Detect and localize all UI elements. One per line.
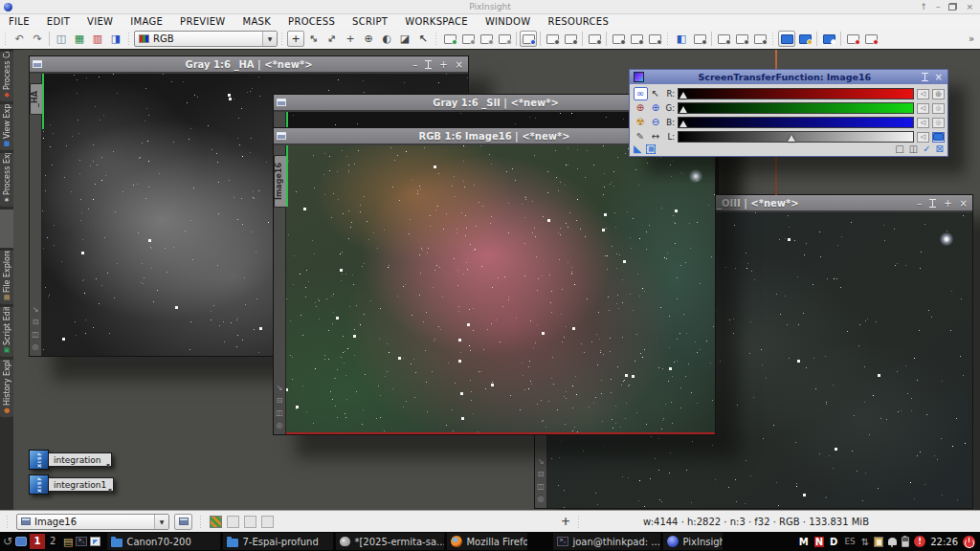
- edit-instance-icon[interactable]: ◫: [909, 143, 918, 154]
- close-button[interactable]: ×: [960, 198, 968, 209]
- stf-select-icon[interactable]: ↖: [649, 87, 663, 100]
- image-canvas-rgb[interactable]: [286, 145, 715, 434]
- edit-parameters-icon[interactable]: ✎: [634, 130, 648, 143]
- editor-launcher-icon[interactable]: [90, 537, 100, 546]
- power-icon[interactable]: [963, 536, 975, 548]
- move-image-icon[interactable]: +: [342, 31, 359, 47]
- monitor-pixels-icon[interactable]: [796, 31, 813, 47]
- shade-dialog-icon[interactable]: [922, 73, 928, 81]
- split-view-icon[interactable]: ◧: [673, 31, 690, 47]
- task--2025-ermita-sa-[interactable]: *[2025-ermita-sa...: [336, 533, 444, 550]
- display-channel-selector[interactable]: RGB▼: [134, 31, 278, 47]
- selection-arrow-icon[interactable]: ↘: [277, 384, 283, 392]
- show-desktop-icon[interactable]: [15, 537, 27, 546]
- view-identifier-tab[interactable]: _HA: [30, 83, 42, 115]
- iconized-label[interactable]: integration: [49, 452, 112, 467]
- task-joan-thinkpad-[interactable]: joan@thinkpad: ...: [553, 533, 660, 550]
- color-profile-icon[interactable]: ◨: [107, 31, 124, 47]
- menu-file[interactable]: FILE: [0, 14, 38, 29]
- undo-icon[interactable]: ↶: [11, 31, 28, 47]
- auto-stretch-icon[interactable]: ◣: [634, 143, 641, 155]
- window-icon[interactable]: [277, 132, 286, 140]
- apply-icon[interactable]: ✓: [923, 143, 930, 154]
- menu-resources[interactable]: RESOURCES: [539, 14, 617, 29]
- sidebar-tab-file-explorer[interactable]: File Explorer▤: [0, 251, 13, 304]
- screen-restore-icon[interactable]: [586, 31, 603, 47]
- reset-icon[interactable]: ⊠: [936, 143, 944, 154]
- screen-undo-icon[interactable]: [478, 31, 495, 47]
- readout-target-icon[interactable]: ◎: [33, 342, 39, 351]
- channel-midtone-marker[interactable]: [679, 92, 687, 99]
- keyboard-layout-es[interactable]: ES: [843, 537, 856, 546]
- sidebar-tab-process-explorer[interactable]: Process Explorer∗: [0, 153, 13, 207]
- window-icon[interactable]: [277, 99, 286, 106]
- combo-dropdown-arrow[interactable]: ▼: [262, 32, 277, 46]
- workspace-button-2[interactable]: 2: [45, 534, 60, 549]
- iconized-label[interactable]: integration1: [49, 477, 114, 492]
- selection-arrow-icon[interactable]: ↘: [33, 305, 39, 314]
- task-mozilla-firefox[interactable]: Mozilla Firefox: [447, 533, 527, 550]
- menu-mask[interactable]: MASK: [234, 14, 280, 29]
- paste-image-icon[interactable]: ◫: [53, 31, 70, 47]
- keyboard-layout-d[interactable]: D: [829, 537, 838, 547]
- screen-new-icon[interactable]: [441, 31, 458, 47]
- shade-button[interactable]: [929, 199, 936, 208]
- notifications-icon[interactable]: [888, 538, 897, 545]
- channel-gradient-bar[interactable]: [678, 102, 914, 114]
- channel-reset-button[interactable]: ◁: [917, 103, 929, 114]
- screen-download-icon[interactable]: [544, 31, 561, 47]
- alert-icon[interactable]: !: [914, 536, 925, 547]
- menu-image[interactable]: IMAGE: [122, 14, 171, 29]
- shade-button[interactable]: [425, 60, 432, 69]
- terminal-launcher-icon[interactable]: [76, 537, 87, 546]
- network-icon[interactable]: ⇅: [861, 537, 869, 547]
- restore-window-icon[interactable]: [948, 3, 957, 11]
- zoom-button[interactable]: +: [944, 198, 951, 209]
- close-dialog-icon[interactable]: ×: [935, 72, 943, 82]
- combo-dropdown-arrow[interactable]: ▼: [154, 515, 168, 529]
- workspace-thumbnail-1[interactable]: [210, 516, 222, 528]
- sidebar-tab-view-explorer[interactable]: View Explorer■: [0, 104, 13, 150]
- task-7-espai-profund[interactable]: 7-Espai-profund: [223, 533, 333, 550]
- channel-reset-button[interactable]: ◁: [917, 89, 929, 99]
- layers-icon[interactable]: ◫: [276, 408, 283, 417]
- readout-target-icon[interactable]: ◎: [538, 495, 545, 503]
- zoom-to-fit-icon[interactable]: ↔: [305, 31, 323, 47]
- boost-stretch-icon[interactable]: ▦: [646, 144, 656, 154]
- monitor-swap-icon[interactable]: [820, 31, 837, 47]
- readout-icon[interactable]: ☢: [634, 116, 648, 129]
- zoom-out-icon[interactable]: ⊖: [649, 116, 663, 129]
- selection-arrow-icon[interactable]: ↘: [538, 457, 545, 466]
- screen-view-d-icon[interactable]: [691, 31, 708, 47]
- screen-view-b-icon[interactable]: [628, 31, 645, 47]
- layers-icon[interactable]: ◫: [32, 330, 39, 339]
- mask-display-icon[interactable]: ◪: [396, 31, 413, 47]
- channel-reset-button[interactable]: ◁: [917, 132, 929, 143]
- screen-upload-icon[interactable]: [562, 31, 579, 47]
- zoom-in-alt-icon[interactable]: ⊕: [649, 101, 663, 115]
- channel-gradient-bar[interactable]: [678, 117, 914, 128]
- image-window-rgb[interactable]: RGB 1:6 Image16 | <*new*> –+× Image16 ↘⊡…: [273, 127, 716, 435]
- task-canon70-200[interactable]: Canon70-200: [107, 533, 220, 550]
- channel-midtone-marker[interactable]: [788, 135, 795, 142]
- screen-view-c-icon[interactable]: [646, 31, 663, 47]
- iconized-window-integration1[interactable]: XISF integration1: [29, 474, 114, 495]
- menu-preview[interactable]: PREVIEW: [171, 14, 234, 29]
- channel-midtone-marker[interactable]: [679, 121, 687, 127]
- channel-reset-button[interactable]: ◁: [917, 118, 929, 128]
- window-titlebar[interactable]: Gray 1:6 _HA | <*new*> –+×: [30, 56, 468, 73]
- battery-icon[interactable]: [902, 537, 909, 547]
- channel-track-button[interactable]: ◎: [932, 103, 945, 114]
- crop-icon[interactable]: ⊡: [277, 396, 283, 405]
- channel-monitor-button[interactable]: [932, 132, 945, 143]
- sidebar-tab-script-editor[interactable]: Script Editor▣: [0, 307, 13, 357]
- pan-mode-icon[interactable]: +: [287, 31, 304, 47]
- monitor-close-all-icon[interactable]: [862, 31, 880, 47]
- shift-icon[interactable]: ↔: [649, 130, 663, 143]
- task-pixinsight[interactable]: PixInsight: [663, 533, 723, 550]
- stf-link-icon[interactable]: ∞: [634, 87, 648, 100]
- keyboard-layout-m[interactable]: M: [798, 537, 810, 547]
- monitor-primary-icon[interactable]: [778, 31, 795, 47]
- close-button[interactable]: ×: [456, 59, 463, 70]
- layers-icon[interactable]: ◫: [537, 482, 545, 491]
